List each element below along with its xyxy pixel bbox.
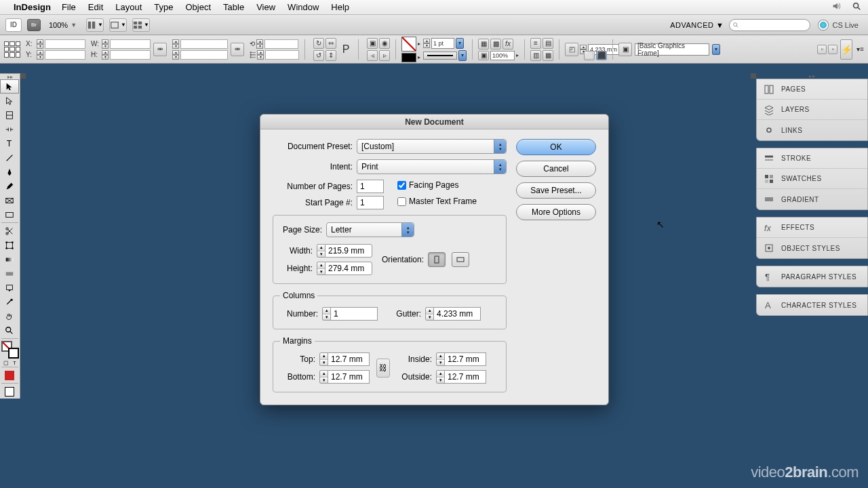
wrap-jump-icon[interactable]: ▦ xyxy=(542,50,553,61)
wrap-none-icon[interactable]: ≡ xyxy=(530,38,541,49)
view-options-icon[interactable]: ▼ xyxy=(86,18,104,32)
h-input[interactable] xyxy=(110,50,151,60)
rotate-cw-icon[interactable]: ↻ xyxy=(313,38,324,49)
stroke-style-select[interactable] xyxy=(423,52,457,60)
panel-effects[interactable]: fxEFFECTS xyxy=(757,218,867,238)
flip-h-icon[interactable]: ⇔ xyxy=(326,38,336,49)
stroke-weight-dropdown[interactable]: ▾ xyxy=(456,38,464,49)
save-preset-button[interactable]: Save Preset... xyxy=(516,182,596,199)
scale-x-input[interactable] xyxy=(180,39,228,49)
free-transform-tool[interactable] xyxy=(0,238,19,252)
bridge-icon[interactable]: Br xyxy=(27,19,41,31)
top-spinner[interactable]: ▴▾ xyxy=(319,352,328,366)
outside-spinner[interactable]: ▴▾ xyxy=(436,370,444,384)
height-input[interactable]: 279.4 mm xyxy=(325,262,372,275)
panel-character-styles[interactable]: ACHARACTER STYLES xyxy=(757,295,867,315)
select-prev-icon[interactable]: ◃ xyxy=(367,50,378,61)
rotate-spinner[interactable]: ▴▾ xyxy=(256,39,263,49)
scale-x-spinner[interactable]: ▴▾ xyxy=(172,39,179,49)
hand-tool[interactable] xyxy=(0,309,19,323)
colnum-spinner[interactable]: ▴▾ xyxy=(322,307,330,321)
pencil-tool[interactable] xyxy=(0,179,19,193)
wrap-bound-icon[interactable]: ▤ xyxy=(542,38,553,49)
gutter-spinner[interactable]: ▴▾ xyxy=(425,307,433,321)
page-tool[interactable] xyxy=(0,108,19,122)
y-spinner[interactable]: ▴▾ xyxy=(37,50,43,60)
selection-tool[interactable] xyxy=(0,79,19,94)
zoom-dropdown-arrow-icon[interactable]: ▼ xyxy=(71,22,77,28)
gradient-feather-tool[interactable] xyxy=(0,266,19,281)
toolbox-collapse-icon[interactable]: ▸▸ xyxy=(0,74,20,79)
scale-y-input[interactable] xyxy=(180,50,228,60)
more-options-button[interactable]: More Options xyxy=(516,204,596,220)
menu-file[interactable]: File xyxy=(62,2,76,12)
menu-edit[interactable]: Edit xyxy=(88,2,103,12)
panel-stroke[interactable]: STROKE xyxy=(757,148,867,169)
width-input[interactable]: 215.9 mm xyxy=(325,244,372,258)
app-name[interactable]: InDesign xyxy=(14,2,51,12)
bottom-input[interactable]: 12.7 mm xyxy=(328,370,370,384)
orientation-portrait-button[interactable] xyxy=(428,252,446,267)
rectangle-frame-tool[interactable] xyxy=(0,193,19,207)
help-search-input[interactable] xyxy=(729,19,810,31)
direct-selection-tool[interactable] xyxy=(0,94,19,108)
stroke-style-dropdown[interactable]: ▾ xyxy=(458,50,467,61)
opacity-arrow-icon[interactable]: ▸ xyxy=(516,52,519,58)
gutter-input[interactable]: 4.233 mm xyxy=(433,307,481,321)
width-spinner[interactable]: ▴▾ xyxy=(317,244,325,258)
fx-icon-2[interactable]: ▩ xyxy=(490,39,501,49)
stroke-arrow-icon[interactable]: ▸ xyxy=(418,54,420,60)
view-mode-icon[interactable] xyxy=(0,384,19,399)
rotate-input[interactable] xyxy=(264,39,298,49)
object-style-icon[interactable]: ▣ xyxy=(618,43,632,56)
opacity-input[interactable]: 100% xyxy=(490,51,515,60)
facing-pages-checkbox[interactable] xyxy=(397,181,406,190)
constrain-proportions-icon[interactable]: ⚮ xyxy=(153,43,167,56)
ok-button[interactable]: OK xyxy=(516,139,596,155)
rotate-ccw-icon[interactable]: ↺ xyxy=(313,50,324,61)
screen-mode-icon[interactable]: ▼ xyxy=(109,18,127,32)
spotlight-icon[interactable] xyxy=(852,1,861,13)
select-container-icon[interactable]: ▣ xyxy=(367,38,378,49)
top-input[interactable]: 12.7 mm xyxy=(328,352,370,366)
flip-v-icon[interactable]: ⇕ xyxy=(326,50,336,61)
inside-input[interactable]: 12.7 mm xyxy=(444,352,486,366)
menu-view[interactable]: View xyxy=(256,2,275,12)
panel-pages[interactable]: PAGES xyxy=(757,79,867,100)
startpage-input[interactable]: 1 xyxy=(357,196,384,209)
stroke-weight-input[interactable]: 1 pt xyxy=(431,38,454,49)
workspace-switcher[interactable]: ADVANCED ▼ xyxy=(670,21,724,29)
panel-collapse-right-icon[interactable] xyxy=(751,73,756,79)
stroke-weight-spinner[interactable]: ▴▾ xyxy=(423,39,430,48)
shear-input[interactable] xyxy=(265,50,299,60)
menu-object[interactable]: Object xyxy=(186,2,212,12)
pen-tool[interactable] xyxy=(0,165,19,179)
panel-layers[interactable]: LAYERS xyxy=(757,100,867,120)
cslive-status-icon[interactable] xyxy=(818,20,828,30)
panel-collapse-icon[interactable]: ▸▸ xyxy=(756,73,868,79)
panel-collapse-left-icon[interactable] xyxy=(20,73,26,79)
colnum-input[interactable]: 1 xyxy=(330,307,378,321)
zoom-level[interactable]: 100% xyxy=(49,21,68,29)
quick-apply-icon[interactable]: ⚡ xyxy=(840,39,852,60)
type-tool[interactable]: T xyxy=(0,136,19,150)
cancel-button[interactable]: Cancel xyxy=(516,161,596,177)
panel-gradient[interactable]: GRADIENT xyxy=(757,189,867,209)
stroke-swatch[interactable] xyxy=(401,53,416,62)
menu-help[interactable]: Help xyxy=(331,2,349,12)
menu-window[interactable]: Window xyxy=(288,2,319,12)
preset-select[interactable]: [Custom] xyxy=(357,139,507,154)
fill-arrow-icon[interactable]: ▸ xyxy=(418,41,420,47)
menu-layout[interactable]: Layout xyxy=(115,2,142,12)
pagesize-select[interactable]: Letter xyxy=(326,222,414,237)
menu-table[interactable]: Table xyxy=(223,2,244,12)
misc-icon-1[interactable]: ▫ xyxy=(817,45,827,54)
menu-type[interactable]: Type xyxy=(154,2,173,12)
w-input[interactable] xyxy=(110,39,151,49)
margins-link-icon[interactable]: ⛓ xyxy=(376,359,390,378)
bottom-spinner[interactable]: ▴▾ xyxy=(319,370,328,384)
corner-shape-2-icon[interactable]: ⬛ xyxy=(596,51,607,60)
note-tool[interactable] xyxy=(0,281,19,295)
master-text-checkbox[interactable] xyxy=(397,197,406,206)
scale-y-spinner[interactable]: ▴▾ xyxy=(172,50,179,60)
